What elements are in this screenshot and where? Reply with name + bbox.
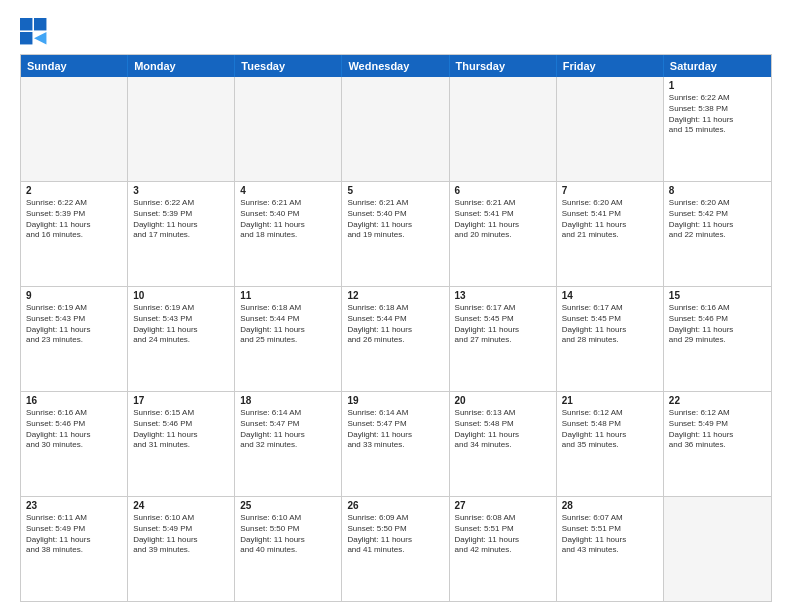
day-number: 3 <box>133 185 229 196</box>
cal-cell <box>450 77 557 181</box>
weekday-header-saturday: Saturday <box>664 55 771 77</box>
svg-rect-2 <box>20 32 32 44</box>
cell-text: Sunrise: 6:09 AM Sunset: 5:50 PM Dayligh… <box>347 513 443 556</box>
day-number: 28 <box>562 500 658 511</box>
cal-cell: 4Sunrise: 6:21 AM Sunset: 5:40 PM Daylig… <box>235 182 342 286</box>
day-number: 19 <box>347 395 443 406</box>
cell-text: Sunrise: 6:08 AM Sunset: 5:51 PM Dayligh… <box>455 513 551 556</box>
cal-cell: 26Sunrise: 6:09 AM Sunset: 5:50 PM Dayli… <box>342 497 449 601</box>
cell-text: Sunrise: 6:19 AM Sunset: 5:43 PM Dayligh… <box>133 303 229 346</box>
cal-row-2: 9Sunrise: 6:19 AM Sunset: 5:43 PM Daylig… <box>21 286 771 391</box>
cal-cell: 7Sunrise: 6:20 AM Sunset: 5:41 PM Daylig… <box>557 182 664 286</box>
cal-cell: 17Sunrise: 6:15 AM Sunset: 5:46 PM Dayli… <box>128 392 235 496</box>
cal-cell: 5Sunrise: 6:21 AM Sunset: 5:40 PM Daylig… <box>342 182 449 286</box>
cal-cell: 18Sunrise: 6:14 AM Sunset: 5:47 PM Dayli… <box>235 392 342 496</box>
day-number: 18 <box>240 395 336 406</box>
cal-cell: 20Sunrise: 6:13 AM Sunset: 5:48 PM Dayli… <box>450 392 557 496</box>
cal-cell: 12Sunrise: 6:18 AM Sunset: 5:44 PM Dayli… <box>342 287 449 391</box>
cell-text: Sunrise: 6:10 AM Sunset: 5:49 PM Dayligh… <box>133 513 229 556</box>
cal-cell: 27Sunrise: 6:08 AM Sunset: 5:51 PM Dayli… <box>450 497 557 601</box>
cell-text: Sunrise: 6:16 AM Sunset: 5:46 PM Dayligh… <box>669 303 766 346</box>
weekday-header-monday: Monday <box>128 55 235 77</box>
cal-row-0: 1Sunrise: 6:22 AM Sunset: 5:38 PM Daylig… <box>21 77 771 181</box>
day-number: 11 <box>240 290 336 301</box>
cal-cell: 16Sunrise: 6:16 AM Sunset: 5:46 PM Dayli… <box>21 392 128 496</box>
svg-marker-3 <box>34 32 46 44</box>
day-number: 16 <box>26 395 122 406</box>
day-number: 21 <box>562 395 658 406</box>
day-number: 7 <box>562 185 658 196</box>
cal-cell <box>128 77 235 181</box>
day-number: 20 <box>455 395 551 406</box>
cell-text: Sunrise: 6:15 AM Sunset: 5:46 PM Dayligh… <box>133 408 229 451</box>
day-number: 13 <box>455 290 551 301</box>
cal-cell: 8Sunrise: 6:20 AM Sunset: 5:42 PM Daylig… <box>664 182 771 286</box>
cell-text: Sunrise: 6:14 AM Sunset: 5:47 PM Dayligh… <box>240 408 336 451</box>
cal-cell <box>557 77 664 181</box>
cal-cell <box>21 77 128 181</box>
header <box>20 18 772 46</box>
cell-text: Sunrise: 6:17 AM Sunset: 5:45 PM Dayligh… <box>455 303 551 346</box>
calendar: SundayMondayTuesdayWednesdayThursdayFrid… <box>20 54 772 602</box>
weekday-header-tuesday: Tuesday <box>235 55 342 77</box>
day-number: 8 <box>669 185 766 196</box>
cal-cell: 24Sunrise: 6:10 AM Sunset: 5:49 PM Dayli… <box>128 497 235 601</box>
cell-text: Sunrise: 6:18 AM Sunset: 5:44 PM Dayligh… <box>347 303 443 346</box>
cal-cell: 6Sunrise: 6:21 AM Sunset: 5:41 PM Daylig… <box>450 182 557 286</box>
day-number: 6 <box>455 185 551 196</box>
day-number: 14 <box>562 290 658 301</box>
cell-text: Sunrise: 6:14 AM Sunset: 5:47 PM Dayligh… <box>347 408 443 451</box>
cal-cell: 10Sunrise: 6:19 AM Sunset: 5:43 PM Dayli… <box>128 287 235 391</box>
cell-text: Sunrise: 6:11 AM Sunset: 5:49 PM Dayligh… <box>26 513 122 556</box>
weekday-header-sunday: Sunday <box>21 55 128 77</box>
cell-text: Sunrise: 6:19 AM Sunset: 5:43 PM Dayligh… <box>26 303 122 346</box>
day-number: 24 <box>133 500 229 511</box>
day-number: 26 <box>347 500 443 511</box>
cell-text: Sunrise: 6:20 AM Sunset: 5:41 PM Dayligh… <box>562 198 658 241</box>
cal-cell: 11Sunrise: 6:18 AM Sunset: 5:44 PM Dayli… <box>235 287 342 391</box>
cell-text: Sunrise: 6:20 AM Sunset: 5:42 PM Dayligh… <box>669 198 766 241</box>
cell-text: Sunrise: 6:21 AM Sunset: 5:40 PM Dayligh… <box>347 198 443 241</box>
day-number: 23 <box>26 500 122 511</box>
weekday-header-friday: Friday <box>557 55 664 77</box>
day-number: 2 <box>26 185 122 196</box>
cal-cell: 25Sunrise: 6:10 AM Sunset: 5:50 PM Dayli… <box>235 497 342 601</box>
cal-cell: 22Sunrise: 6:12 AM Sunset: 5:49 PM Dayli… <box>664 392 771 496</box>
cal-cell <box>342 77 449 181</box>
cell-text: Sunrise: 6:22 AM Sunset: 5:39 PM Dayligh… <box>133 198 229 241</box>
day-number: 17 <box>133 395 229 406</box>
day-number: 22 <box>669 395 766 406</box>
cal-cell: 28Sunrise: 6:07 AM Sunset: 5:51 PM Dayli… <box>557 497 664 601</box>
day-number: 27 <box>455 500 551 511</box>
cell-text: Sunrise: 6:17 AM Sunset: 5:45 PM Dayligh… <box>562 303 658 346</box>
cell-text: Sunrise: 6:22 AM Sunset: 5:39 PM Dayligh… <box>26 198 122 241</box>
calendar-body: 1Sunrise: 6:22 AM Sunset: 5:38 PM Daylig… <box>21 77 771 601</box>
cal-row-1: 2Sunrise: 6:22 AM Sunset: 5:39 PM Daylig… <box>21 181 771 286</box>
weekday-header-wednesday: Wednesday <box>342 55 449 77</box>
cell-text: Sunrise: 6:07 AM Sunset: 5:51 PM Dayligh… <box>562 513 658 556</box>
cell-text: Sunrise: 6:18 AM Sunset: 5:44 PM Dayligh… <box>240 303 336 346</box>
day-number: 12 <box>347 290 443 301</box>
cal-cell <box>664 497 771 601</box>
cal-cell: 3Sunrise: 6:22 AM Sunset: 5:39 PM Daylig… <box>128 182 235 286</box>
cell-text: Sunrise: 6:21 AM Sunset: 5:41 PM Dayligh… <box>455 198 551 241</box>
weekday-header-thursday: Thursday <box>450 55 557 77</box>
cell-text: Sunrise: 6:10 AM Sunset: 5:50 PM Dayligh… <box>240 513 336 556</box>
day-number: 15 <box>669 290 766 301</box>
cell-text: Sunrise: 6:13 AM Sunset: 5:48 PM Dayligh… <box>455 408 551 451</box>
day-number: 25 <box>240 500 336 511</box>
day-number: 5 <box>347 185 443 196</box>
cal-cell: 21Sunrise: 6:12 AM Sunset: 5:48 PM Dayli… <box>557 392 664 496</box>
day-number: 1 <box>669 80 766 91</box>
day-number: 9 <box>26 290 122 301</box>
cal-cell: 23Sunrise: 6:11 AM Sunset: 5:49 PM Dayli… <box>21 497 128 601</box>
day-number: 10 <box>133 290 229 301</box>
svg-rect-1 <box>34 18 46 30</box>
cell-text: Sunrise: 6:21 AM Sunset: 5:40 PM Dayligh… <box>240 198 336 241</box>
page: SundayMondayTuesdayWednesdayThursdayFrid… <box>0 0 792 612</box>
cal-cell: 19Sunrise: 6:14 AM Sunset: 5:47 PM Dayli… <box>342 392 449 496</box>
logo-icon <box>20 18 48 46</box>
cal-cell: 1Sunrise: 6:22 AM Sunset: 5:38 PM Daylig… <box>664 77 771 181</box>
cell-text: Sunrise: 6:12 AM Sunset: 5:49 PM Dayligh… <box>669 408 766 451</box>
cal-cell: 15Sunrise: 6:16 AM Sunset: 5:46 PM Dayli… <box>664 287 771 391</box>
